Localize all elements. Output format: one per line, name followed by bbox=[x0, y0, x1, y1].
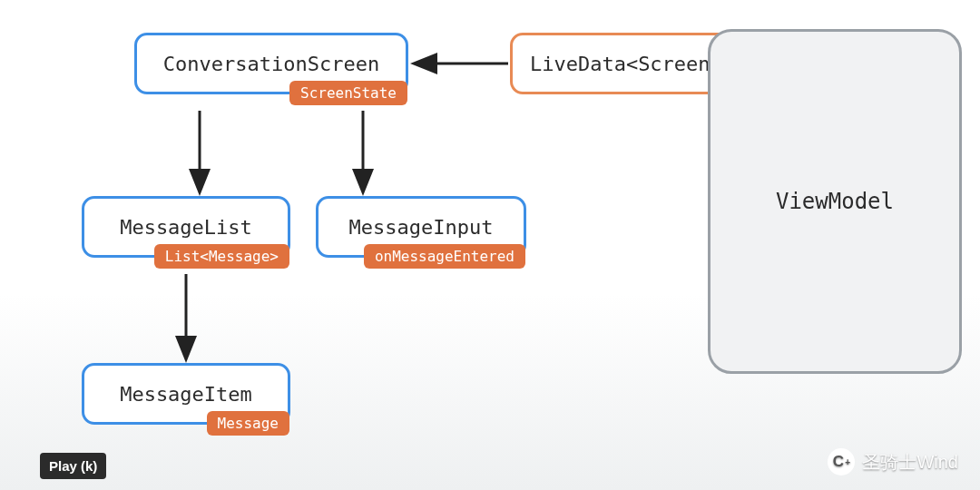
node-label: MessageList bbox=[120, 216, 252, 239]
node-conversation-screen: ConversationScreen ScreenState bbox=[134, 33, 408, 94]
node-label: MessageInput bbox=[349, 216, 494, 239]
node-label: ViewModel bbox=[776, 189, 894, 214]
watermark-text: 圣骑士Wind bbox=[862, 450, 958, 475]
watermark: C+ 圣骑士Wind bbox=[828, 448, 958, 475]
node-message-item: MessageItem Message bbox=[82, 363, 290, 425]
node-view-model: ViewModel bbox=[708, 29, 962, 374]
node-message-input: MessageInput onMessageEntered bbox=[316, 196, 526, 258]
wechat-icon: C+ bbox=[828, 448, 855, 475]
tooltip-text: Play (k) bbox=[49, 458, 97, 474]
node-tag: List<Message> bbox=[154, 244, 289, 269]
play-tooltip: Play (k) bbox=[40, 453, 106, 479]
node-tag: ScreenState bbox=[289, 81, 407, 105]
node-tag: Message bbox=[207, 411, 289, 436]
node-label: MessageItem bbox=[120, 383, 252, 406]
node-message-list: MessageList List<Message> bbox=[82, 196, 290, 258]
node-label: ConversationScreen bbox=[163, 53, 379, 75]
diagram-canvas: ConversationScreen ScreenState LiveData<… bbox=[0, 0, 980, 490]
node-tag: onMessageEntered bbox=[364, 244, 525, 269]
